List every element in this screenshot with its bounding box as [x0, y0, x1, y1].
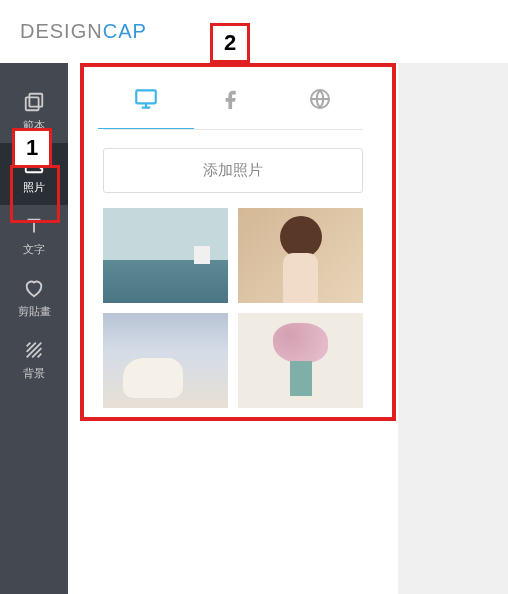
photo-grid	[68, 193, 398, 423]
clipart-icon	[23, 277, 45, 299]
canvas-area	[398, 63, 508, 594]
photo-panel: 添加照片	[68, 63, 398, 594]
logo-text-design: DESIGN	[20, 20, 103, 42]
logo: DESIGNCAP	[20, 20, 147, 43]
add-photo-label: 添加照片	[203, 161, 263, 180]
sidebar-item-background[interactable]: 背景	[0, 329, 68, 391]
tabs-divider	[103, 129, 363, 130]
sidebar-item-label: 範本	[23, 118, 45, 133]
tab-facebook[interactable]	[203, 81, 263, 121]
sidebar-item-clipart[interactable]: 剪貼畫	[0, 267, 68, 329]
background-icon	[23, 339, 45, 361]
sidebar-item-label: 剪貼畫	[18, 304, 51, 319]
add-photo-button[interactable]: 添加照片	[103, 148, 363, 193]
facebook-icon	[222, 88, 244, 114]
computer-icon	[133, 86, 159, 116]
sidebar-item-label: 文字	[23, 242, 45, 257]
sidebar-item-label: 照片	[23, 180, 45, 195]
left-sidebar: 範本 照片 文字 剪貼畫 背景	[0, 63, 68, 594]
sidebar-item-label: 背景	[23, 366, 45, 381]
svg-rect-4	[137, 90, 157, 103]
text-icon	[23, 215, 45, 237]
photos-icon	[23, 153, 45, 175]
sidebar-item-templates[interactable]: 範本	[0, 81, 68, 143]
tab-web[interactable]	[290, 81, 350, 121]
sidebar-item-photos[interactable]: 照片	[0, 143, 68, 205]
tab-computer[interactable]	[116, 81, 176, 121]
main-area: 範本 照片 文字 剪貼畫 背景	[0, 63, 508, 594]
photo-thumbnail[interactable]	[238, 313, 363, 408]
templates-icon	[23, 91, 45, 113]
sidebar-item-text[interactable]: 文字	[0, 205, 68, 267]
photo-thumbnail[interactable]	[103, 208, 228, 303]
app-header: DESIGNCAP	[0, 0, 508, 63]
svg-rect-0	[29, 94, 42, 107]
source-tabs	[68, 63, 398, 121]
photo-thumbnail[interactable]	[238, 208, 363, 303]
svg-point-3	[30, 159, 33, 162]
svg-rect-1	[26, 97, 39, 110]
logo-text-cap: CAP	[103, 20, 147, 42]
photo-thumbnail[interactable]	[103, 313, 228, 408]
globe-icon	[308, 87, 332, 115]
